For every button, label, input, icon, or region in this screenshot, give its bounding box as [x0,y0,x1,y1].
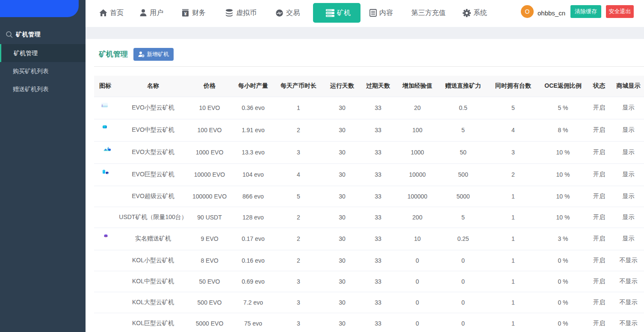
svg-text:¥: ¥ [184,11,187,16]
